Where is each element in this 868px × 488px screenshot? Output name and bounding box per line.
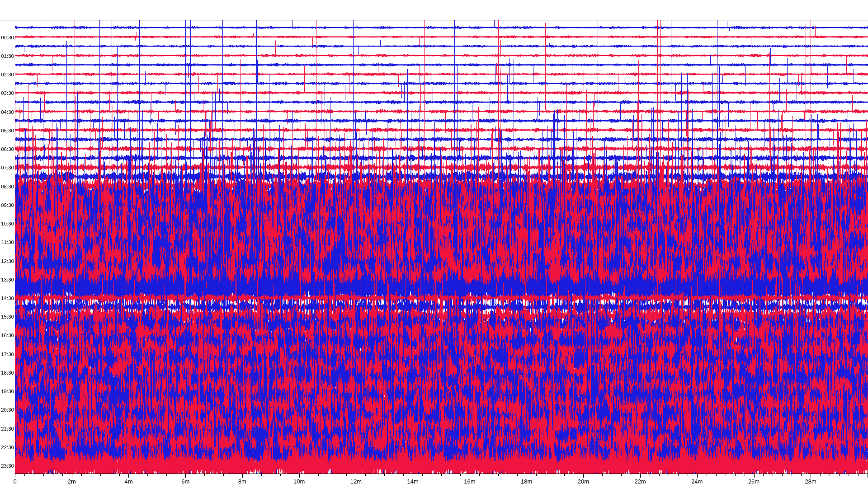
row-label: 06:30 (0, 146, 14, 152)
x-tick-label: 22m (630, 478, 650, 485)
x-tick-label: 18m (517, 478, 537, 485)
row-label: 12:30 (0, 258, 14, 264)
row-label: 05:30 (0, 128, 14, 133)
row-label: 18:30 (0, 370, 14, 375)
row-label: 04:30 (0, 109, 14, 115)
helicorder-canvas (0, 0, 868, 488)
x-tick-label: 10m (289, 478, 309, 485)
row-label: 11:30 (0, 239, 14, 245)
row-label: 01:30 (0, 53, 14, 59)
x-tick-label: 24m (687, 478, 707, 485)
x-tick-label: 0 (5, 478, 25, 485)
row-label: 13:30 (0, 277, 14, 282)
row-label: 16:30 (0, 333, 14, 338)
row-label: 14:30 (0, 296, 14, 301)
x-tick-label: 8m (232, 478, 252, 485)
row-label: 00:30 (0, 35, 14, 40)
row-label: 17:30 (0, 352, 14, 357)
row-label: 07:30 (0, 165, 14, 170)
row-label: 08:30 (0, 184, 14, 189)
row-label: 09:30 (0, 202, 14, 208)
row-label: 22:30 (0, 445, 14, 450)
x-tick-label: 2m (62, 478, 82, 485)
row-label: 02:30 (0, 72, 14, 77)
x-tick-label: 26m (744, 478, 764, 485)
row-label: 23:30 (0, 463, 14, 469)
x-tick-label: 6m (175, 478, 195, 485)
x-tick-label: 16m (460, 478, 480, 485)
row-label: 03:30 (0, 90, 14, 96)
x-tick-label: 12m (346, 478, 366, 485)
row-label: 20:30 (0, 407, 14, 413)
row-label: 21:30 (0, 426, 14, 432)
helicorder-app: IG.APHE.00.EHZ Pico Herrero, Granada, Sp… (0, 0, 868, 488)
x-tick-label: 4m (118, 478, 138, 485)
row-label: 10:30 (0, 221, 14, 226)
x-tick-label: 14m (403, 478, 423, 485)
x-tick-label: 28m (801, 478, 821, 485)
row-label: 15:30 (0, 314, 14, 319)
row-label: 19:30 (0, 389, 14, 394)
x-tick-label: 20m (573, 478, 593, 485)
